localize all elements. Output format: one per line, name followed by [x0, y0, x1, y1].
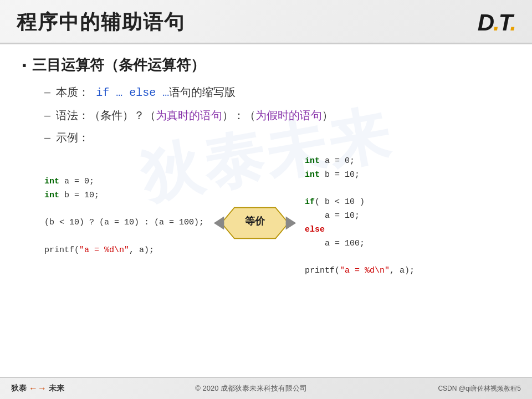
rcode-line-3 [305, 182, 443, 196]
rcode-line-1: int a = 0; [305, 155, 443, 168]
code-line-1: int a = 0; [44, 175, 211, 189]
footer-copyright: © 2020 成都狄泰未来科技有限公司 [195, 383, 307, 393]
footer: 狄泰 ←→ 未来 © 2020 成都狄泰未来科技有限公司 CSDN @qi唐佐林… [0, 377, 532, 399]
sub-bullet-syntax: 语法：（条件）？（ 为真时的语句 ）：（ 为假时的语句 ） [44, 107, 510, 124]
brand-left: 狄泰 [11, 383, 27, 393]
footer-arrows: ←→ [29, 383, 47, 393]
footer-csdn: CSDN @qi唐佐林视频教程5 [438, 384, 521, 393]
code-area: int a = 0; int b = 10; (b < 10) ? (a = 1… [44, 155, 510, 278]
bullet-section: 三目运算符（条件运算符） 本质： if … else … 语句的缩写版 语法：（… [22, 55, 510, 146]
page-title: 程序中的辅助语句 [17, 9, 185, 36]
example-label: 示例： [56, 129, 89, 146]
rcode-line-2: int b = 10; [305, 168, 443, 182]
rcode-line-4: if( b < 10 ) [305, 196, 443, 209]
code-line-5 [44, 230, 211, 244]
footer-brand: 狄泰 ←→ 未来 [11, 383, 64, 393]
sub-bullet-example: 示例： [44, 129, 510, 146]
nature-label: 本质： [56, 84, 89, 100]
rcode-line-5: a = 10; [305, 209, 443, 223]
syntax-true: 为真时的语句 [156, 107, 222, 124]
main-content: 狄泰未来 三目运算符（条件运算符） 本质： if … else … 语句的缩写版… [0, 44, 532, 284]
code-line-2: int b = 10; [44, 189, 211, 203]
sub-bullet-nature: 本质： if … else … 语句的缩写版 [44, 84, 510, 101]
header: 程序中的辅助语句 D.T. [0, 0, 532, 44]
syntax-false: 为假时的语句 [255, 107, 322, 124]
arrow-container: 等价 [211, 205, 299, 228]
code-line-4: (b < 10) ? (a = 10) : (a = 100); [44, 216, 211, 230]
bullet-main-text: 三目运算符（条件运算符） [22, 55, 510, 75]
arrow-label: 等价 [245, 214, 265, 228]
syntax-end: ） [322, 107, 333, 124]
nature-text2: 语句的缩写版 [169, 84, 236, 100]
code-line-6: printf("a = %d\n", a); [44, 244, 211, 258]
brand-right: 未来 [49, 383, 64, 393]
nature-text: if … else … [89, 85, 169, 101]
syntax-label: 语法：（条件）？（ [56, 107, 156, 124]
code-block-right: int a = 0; int b = 10; if( b < 10 ) a = … [299, 155, 443, 278]
logo: D.T. [478, 9, 515, 36]
syntax-mid: ）：（ [222, 107, 255, 124]
rcode-line-8 [305, 250, 443, 264]
rcode-line-7: a = 100; [305, 237, 443, 251]
rcode-line-6: else [305, 223, 443, 237]
code-line-3 [44, 203, 211, 217]
code-block-left: int a = 0; int b = 10; (b < 10) ? (a = 1… [44, 175, 211, 258]
rcode-line-9: printf("a = %d\n", a); [305, 264, 443, 278]
